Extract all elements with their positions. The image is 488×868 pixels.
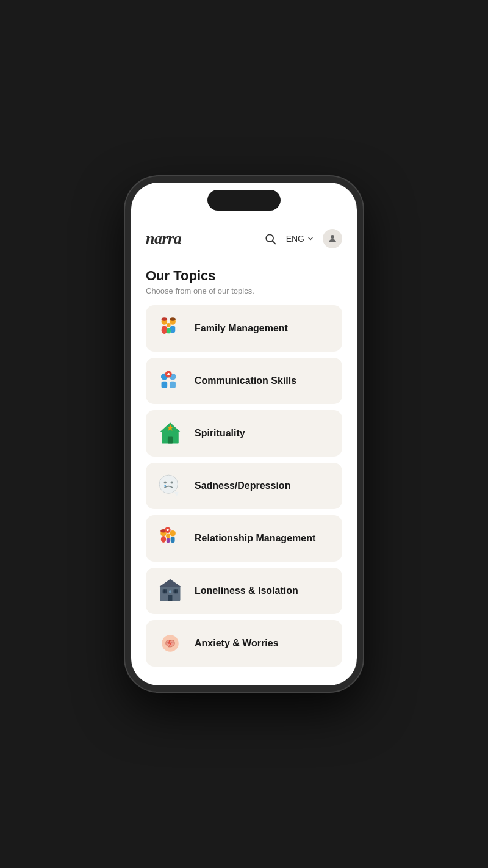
svg-marker-41 xyxy=(159,579,181,587)
topics-section: Our Topics Choose from one of our topics… xyxy=(131,256,357,667)
svg-rect-39 xyxy=(166,530,169,530)
svg-rect-48 xyxy=(168,595,173,601)
topic-item-loneliness-isolation[interactable]: Loneliness & Isolation xyxy=(146,568,342,614)
svg-rect-35 xyxy=(167,538,170,543)
loneliness-isolation-icon xyxy=(156,576,185,606)
communication-skills-label: Communication Skills xyxy=(195,375,296,386)
svg-point-25 xyxy=(164,481,167,483)
svg-point-2 xyxy=(331,235,334,239)
svg-rect-15 xyxy=(170,382,176,388)
topic-item-family-management[interactable]: Family Management xyxy=(146,305,342,352)
svg-point-24 xyxy=(159,475,178,493)
app-content: narra ENG xyxy=(131,183,357,685)
topic-item-communication-skills[interactable]: Communication Skills xyxy=(146,358,342,404)
relationship-management-label: Relationship Management xyxy=(195,533,315,544)
svg-point-34 xyxy=(166,533,170,538)
svg-marker-28 xyxy=(174,492,179,496)
anxiety-worries-label: Anxiety & Worries xyxy=(195,638,279,649)
svg-point-10 xyxy=(162,317,168,321)
search-button[interactable] xyxy=(263,231,278,246)
topic-item-sadness-depression[interactable]: Sadness/Depression xyxy=(146,463,342,509)
svg-point-26 xyxy=(171,481,173,483)
app-header: narra ENG xyxy=(131,219,357,256)
topics-title: Our Topics xyxy=(146,268,342,284)
svg-rect-19 xyxy=(167,374,171,374)
spirituality-label: Spirituality xyxy=(195,428,245,439)
volume-down-button xyxy=(125,297,126,319)
dynamic-island xyxy=(207,190,281,211)
svg-rect-22 xyxy=(168,437,173,444)
topics-subtitle: Choose from one of our topics. xyxy=(146,286,342,295)
communication-skills-icon xyxy=(156,366,185,396)
phone-frame: narra ENG xyxy=(125,176,363,692)
svg-rect-33 xyxy=(171,537,175,543)
power-button xyxy=(362,277,363,314)
language-selector[interactable]: ENG xyxy=(286,234,314,244)
svg-point-30 xyxy=(161,536,166,543)
topic-item-anxiety-worries[interactable]: Anxiety & Worries xyxy=(146,620,342,667)
svg-point-8 xyxy=(167,323,171,327)
svg-rect-7 xyxy=(170,326,175,333)
svg-point-32 xyxy=(170,530,176,537)
svg-point-27 xyxy=(164,485,166,487)
topics-list: Family Management xyxy=(146,305,342,667)
relationship-management-icon xyxy=(156,524,185,553)
svg-point-11 xyxy=(170,317,176,321)
sadness-depression-icon xyxy=(156,471,185,501)
header-actions: ENG xyxy=(263,229,342,248)
svg-rect-13 xyxy=(162,382,168,388)
volume-up-button xyxy=(125,268,126,290)
phone-screen: narra ENG xyxy=(131,183,357,685)
svg-rect-5 xyxy=(162,326,167,333)
profile-button[interactable] xyxy=(323,229,342,248)
loneliness-isolation-label: Loneliness & Isolation xyxy=(195,585,298,596)
sadness-depression-label: Sadness/Depression xyxy=(195,480,290,491)
svg-line-1 xyxy=(272,241,275,244)
language-label: ENG xyxy=(286,234,304,244)
app-logo: narra xyxy=(146,230,181,248)
topic-item-spirituality[interactable]: Spirituality xyxy=(146,410,342,457)
anxiety-worries-icon xyxy=(156,629,185,658)
topic-item-relationship-management[interactable]: Relationship Management xyxy=(146,515,342,562)
silent-button xyxy=(125,244,126,259)
spirituality-icon xyxy=(156,419,185,448)
family-management-icon xyxy=(156,314,185,343)
svg-point-49 xyxy=(169,590,171,593)
family-management-label: Family Management xyxy=(195,323,288,334)
svg-rect-9 xyxy=(167,328,171,333)
activity-section: My Activity and Advice Sheets You haven'… xyxy=(131,671,357,685)
